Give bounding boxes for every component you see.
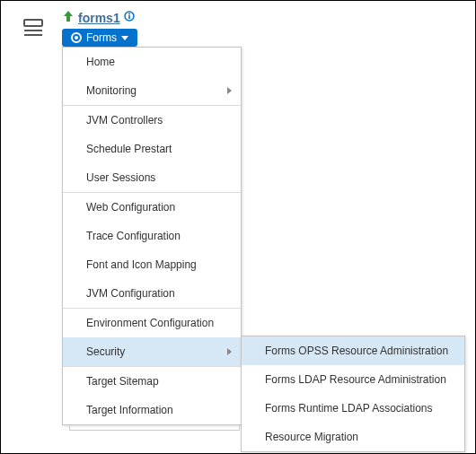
menu-item-user-sessions[interactable]: User Sessions (63, 163, 241, 192)
forms-menu-button[interactable]: Forms (62, 29, 137, 47)
menu-item-jvm-configuration[interactable]: JVM Configuration (63, 279, 241, 308)
svg-point-4 (128, 13, 130, 15)
menu-item-schedule-prestart[interactable]: Schedule Prestart (63, 135, 241, 163)
target-icon (71, 32, 82, 43)
menu-item-trace-configuration[interactable]: Trace Configuration (63, 222, 241, 250)
toggle-panel-icon[interactable] (22, 17, 44, 39)
menu-item-font-and-icon-mapping[interactable]: Font and Icon Mapping (63, 250, 241, 279)
menu-item-monitoring[interactable]: Monitoring (63, 76, 241, 105)
security-submenu: Forms OPSS Resource AdministrationForms … (241, 336, 465, 452)
menu-item-environment-configuration[interactable]: Environment Configuration (63, 309, 241, 337)
submenu-item-forms-opss-resource-administration[interactable]: Forms OPSS Resource Administration (242, 336, 464, 365)
forms-button-label: Forms (86, 31, 117, 44)
dropdown-triangle-icon (121, 36, 128, 40)
forms-dropdown-menu: HomeMonitoringJVM ControllersSchedule Pr… (62, 47, 242, 425)
info-icon[interactable] (124, 11, 135, 24)
target-title[interactable]: forms1 (78, 11, 120, 25)
submenu-item-resource-migration[interactable]: Resource Migration (242, 423, 464, 451)
up-arrow-icon (62, 10, 75, 25)
menu-item-security[interactable]: Security (63, 337, 241, 366)
submenu-item-forms-runtime-ldap-associations[interactable]: Forms Runtime LDAP Associations (242, 394, 464, 423)
menu-item-web-configuration[interactable]: Web Configuration (63, 193, 241, 222)
menu-item-target-information[interactable]: Target Information (63, 396, 241, 424)
menu-item-home[interactable]: Home (63, 48, 241, 76)
svg-rect-5 (128, 15, 130, 19)
menu-item-target-sitemap[interactable]: Target Sitemap (63, 367, 241, 396)
menu-item-jvm-controllers[interactable]: JVM Controllers (63, 106, 241, 135)
page-title: forms1 (62, 10, 135, 25)
svg-rect-0 (24, 20, 42, 26)
submenu-item-forms-ldap-resource-administration[interactable]: Forms LDAP Resource Administration (242, 365, 464, 394)
panel-edge (69, 425, 240, 431)
